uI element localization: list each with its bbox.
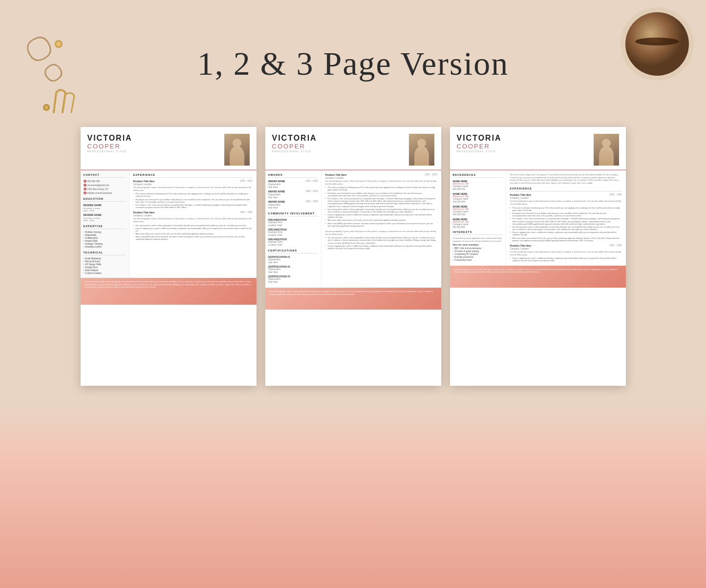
- interest-5: Composing music: [453, 259, 503, 261]
- award-2-header: AWARD NAME 2022 – 2023: [268, 190, 318, 193]
- community-3: ORGANIZATION Volunteer Role Location, Da…: [268, 238, 318, 246]
- pages-container: VICTORIA COOPER PROFESSIONAL TITLE CONTA…: [0, 127, 706, 415]
- top-section: 1, 2 & 3 Page Version: [0, 0, 706, 127]
- job-2-desc: Use this paragraph to give a short descr…: [133, 217, 253, 223]
- linkedin-text: linkedin.com/in/username: [87, 192, 112, 194]
- resume-2-footer-text: Use this paragraph to give a short descr…: [269, 290, 437, 295]
- community-3-role: Volunteer Role: [268, 241, 318, 243]
- job-2-bullet-3: When you tailor your resume to the job, …: [133, 232, 253, 235]
- p3-job-2-date: 2022 – 2023: [609, 244, 621, 247]
- p3-intro-text: The best resumes begin with a strong pit…: [510, 173, 622, 184]
- interests-examples-label: Here are some examples:: [453, 244, 503, 246]
- tech-skill-2: Microsoft Excel: [84, 260, 126, 263]
- resume-3-photo: [594, 134, 619, 166]
- job-1-header: Position Title Here 2022 – 2023: [133, 180, 253, 183]
- p3-job-1-desc: Use this paragraph to give a short descr…: [510, 200, 622, 205]
- interest-1: BBC Click & documentaries: [453, 247, 503, 250]
- skill-1: Problem Solving: [84, 231, 126, 233]
- resume-3-firstname: VICTORIA: [457, 134, 502, 143]
- education-section-title: EDUCATION: [84, 197, 126, 202]
- p3-job-2-bullet-1: If you're applying for a job in a differ…: [510, 257, 622, 262]
- resume-3-footer-text: Use this paragraph to give a short descr…: [454, 268, 622, 273]
- resume-1-photo: [224, 134, 250, 166]
- p2-job2-desc: Use this paragraph to give a short descr…: [325, 230, 437, 235]
- p3-job-1-title: Position Title Here: [510, 193, 532, 196]
- interest-2: 10 years of guitar playing: [453, 250, 503, 252]
- resume-1-sidebar: CONTACT 555-456-789 yourname@gmail.com 1…: [81, 170, 129, 278]
- job-1-bullet-3: For instance, over a four-year period as…: [133, 204, 253, 209]
- p3-bullet-4: Use strong action verbs in this paragrap…: [510, 226, 622, 231]
- resume-1-footer: The best resumes begin with a strong pit…: [81, 278, 257, 305]
- tech-skill-5: Data Analysis: [84, 269, 126, 272]
- ref-4-company: Company name: [453, 223, 503, 226]
- phone-item: 555-456-789: [84, 180, 126, 183]
- p3-bullet-2: Employers are interested in your abiliti…: [510, 212, 622, 217]
- job-1-company: Company, Location: [133, 183, 253, 186]
- resume-2-lastname: COOPER: [272, 143, 317, 150]
- tech-skill-6: Content Creation: [84, 272, 126, 274]
- resume-2-protitle: PROFESSIONAL TITLE: [272, 150, 312, 153]
- p2-bullet-2: Employers are interested in your abiliti…: [325, 192, 437, 197]
- certifications-section-title: CERTIFICATiONS: [268, 249, 318, 253]
- p3-job-1-date: 2022 – 2023: [609, 193, 621, 196]
- award-3-header: AWARD NAME 2022 – 2023: [268, 200, 318, 203]
- phone-text: 555-456-789: [87, 180, 100, 183]
- resume-3-footer: Use this paragraph to give a short descr…: [450, 266, 626, 288]
- cert-2: CERTIFICATION #2 Organization Year Here: [268, 265, 318, 273]
- p2-bullet-1: The most crucial part of tailoring your …: [325, 186, 437, 191]
- p3-job-2-desc: Use this paragraph to give a short descr…: [510, 251, 622, 256]
- award-2-name: AWARD NAME: [268, 190, 285, 193]
- p3-bullet-3: For instance, over a four-year period as…: [510, 217, 622, 225]
- resume-2-header: VICTORIA COOPER PROFESSIONAL TITLE: [265, 127, 441, 170]
- p2-job-desc: Use this paragraph to give a short descr…: [325, 180, 437, 185]
- page-title: 1, 2 & 3 Page Version: [197, 44, 509, 83]
- ref-4: NAME HERE Reference's Title Company name…: [453, 218, 503, 229]
- resume-1-body: CONTACT 555-456-789 yourname@gmail.com 1…: [81, 170, 257, 278]
- resume-page-1: VICTORIA COOPER PROFESSIONAL TITLE CONTA…: [81, 127, 257, 386]
- award-2-org: Organization: [268, 193, 318, 196]
- resume-2-name: VICTORIA COOPER PROFESSIONAL TITLE: [272, 134, 317, 153]
- p2-job-date: 2022 – 2023: [425, 173, 437, 176]
- resume-1-protitle: PROFESSIONAL TITLE: [87, 150, 127, 153]
- skill-6: Handling Conflict: [84, 246, 126, 248]
- resume-3-left-col: REFERENCES NAME HERE Reference's Title C…: [450, 170, 506, 266]
- degree-2-info: University, Location2014 – 2018: [84, 217, 126, 222]
- community-1-role: Volunteer Role: [268, 221, 318, 224]
- resume-page-3: VICTORIA COOPER PROFESSIONAL TITLE REFER…: [450, 127, 626, 386]
- contact-section-title: CONTACT: [84, 173, 126, 178]
- cert-2-year: Year Here: [268, 271, 318, 273]
- phone-icon: [84, 180, 86, 183]
- linkedin-icon: [84, 191, 86, 194]
- resume-3-header: VICTORIA COOPER PROFESSIONAL TITLE: [450, 127, 626, 170]
- p2-job2-block: Use this paragraph to give a short descr…: [325, 230, 437, 250]
- community-3-location: Location, Date: [268, 244, 318, 246]
- job-2-bullet-1: Use strong action verbs in this paragrap…: [133, 224, 253, 227]
- p3-job-2-header: Position Title Here 2022 – 2023: [510, 244, 622, 247]
- interests-section-title: INTERESTS: [453, 231, 503, 235]
- degree-1-info: University, Location2015 – 2016: [84, 207, 126, 212]
- community-1-location: Location, Date: [268, 224, 318, 227]
- community-2: ORGANIZATION Volunteer Role Location, Da…: [268, 228, 318, 236]
- address-item: 1234 New Jersey, NJ: [84, 188, 126, 190]
- resume-1-firstname: VICTORIA: [87, 134, 132, 143]
- cert-3-year: Year Here: [268, 281, 318, 283]
- references-section-title: REFERENCES: [453, 173, 503, 178]
- job-2-header: Position Title Here 2022 – 2023: [133, 211, 253, 214]
- technical-section-title: TECHNICAL: [84, 251, 126, 255]
- cert-3-org: Organization: [268, 278, 318, 280]
- p3-job-2-title: Position Title Here: [510, 244, 532, 247]
- p2-job-header: Position Title Here 2022 – 2023: [325, 173, 437, 176]
- email-text: yourname@gmail.com: [87, 184, 109, 187]
- ref-4-phone: 555-555-555: [453, 226, 503, 229]
- resume-2-firstname: VICTORIA: [272, 134, 317, 143]
- community-2-role: Volunteer Role: [268, 231, 318, 233]
- award-3-org: Organization: [268, 204, 318, 206]
- expertise-section-title: EXPERTISE: [84, 225, 126, 229]
- award-2-year: Year Here: [268, 196, 318, 199]
- award-2-date: 2022 – 2023: [305, 190, 318, 193]
- award-1-year: Year Here: [268, 186, 318, 189]
- resume-3-right-col: The best resumes begin with a strong pit…: [506, 170, 626, 266]
- ref-3: NAME HERE Reference's Title Company name…: [453, 205, 503, 216]
- resume-3-protitle: PROFESSIONAL TITLE: [457, 150, 496, 153]
- email-item: yourname@gmail.com: [84, 184, 126, 187]
